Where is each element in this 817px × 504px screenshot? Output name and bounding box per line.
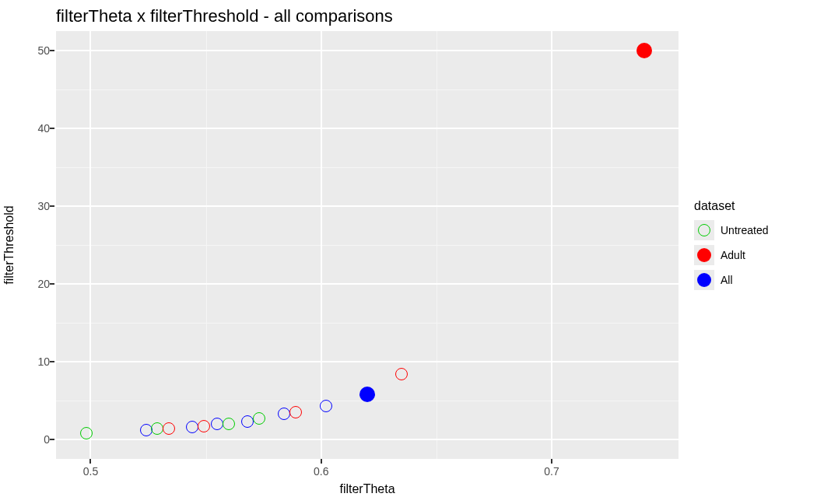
gridline-h-minor — [56, 245, 678, 246]
x-tick-label: 0.6 — [314, 465, 328, 478]
data-point — [320, 400, 332, 412]
gridline-h-minor — [56, 89, 678, 90]
gridline-h — [56, 283, 678, 285]
data-point — [163, 422, 175, 435]
legend-key — [694, 270, 714, 290]
x-axis-title: filterTheta — [339, 482, 394, 496]
data-point — [636, 43, 652, 58]
legend-label: Untreated — [721, 224, 768, 236]
gridline-v — [551, 31, 552, 459]
y-tick — [50, 128, 54, 129]
data-point — [211, 418, 223, 430]
data-point — [359, 387, 375, 402]
gridline-h-minor — [56, 167, 678, 168]
legend-item: All — [694, 268, 811, 292]
data-point — [395, 368, 408, 380]
legend-key-icon — [698, 224, 710, 236]
y-tick-label: 40 — [11, 122, 50, 135]
data-point — [289, 406, 302, 418]
data-point — [151, 422, 163, 435]
y-tick-label: 10 — [11, 355, 50, 368]
x-tick — [89, 459, 91, 464]
x-tick-label: 0.7 — [544, 465, 559, 478]
legend-key-icon — [697, 248, 711, 262]
y-tick — [50, 283, 54, 285]
gridline-h-minor — [56, 323, 678, 324]
gridline-h — [56, 128, 678, 129]
legend-key — [694, 245, 714, 265]
y-tick — [50, 50, 54, 51]
legend-title: dataset — [694, 199, 811, 213]
legend-key — [694, 220, 714, 240]
gridline-h — [56, 361, 678, 362]
data-point — [80, 427, 93, 439]
y-tick-label: 0 — [11, 433, 50, 446]
legend-label: Adult — [721, 249, 745, 261]
data-point — [241, 415, 254, 428]
data-point — [253, 412, 265, 425]
y-tick-label: 30 — [11, 200, 50, 212]
data-point — [186, 421, 198, 433]
legend-item: Untreated — [694, 218, 811, 243]
data-point — [140, 424, 153, 436]
y-tick — [50, 361, 54, 362]
gridline-v — [321, 31, 322, 459]
chart-title: filterTheta x filterThreshold - all comp… — [56, 6, 393, 26]
legend-label: All — [721, 274, 733, 286]
gridline-v-minor — [206, 31, 207, 459]
y-tick — [50, 205, 54, 207]
gridline-h — [56, 50, 678, 51]
chart: filterTheta x filterThreshold - all comp… — [0, 0, 817, 504]
gridline-v — [89, 31, 91, 459]
gridline-v-minor — [437, 31, 437, 459]
legend-key-icon — [697, 273, 711, 287]
data-point — [223, 418, 235, 430]
gridline-h — [56, 205, 678, 207]
gridline-h — [56, 439, 678, 440]
x-tick-label: 0.5 — [83, 465, 98, 478]
y-axis-title: filterThreshold — [2, 205, 16, 284]
y-tick-label: 50 — [11, 44, 50, 57]
legend: dataset UntreatedAdultAll — [694, 199, 811, 292]
data-point — [198, 420, 210, 432]
legend-item: Adult — [694, 243, 811, 268]
x-tick — [321, 459, 322, 464]
plot-area — [56, 31, 678, 459]
y-tick — [50, 439, 54, 440]
data-point — [278, 408, 290, 420]
x-tick — [551, 459, 552, 464]
y-tick-label: 20 — [11, 278, 50, 290]
